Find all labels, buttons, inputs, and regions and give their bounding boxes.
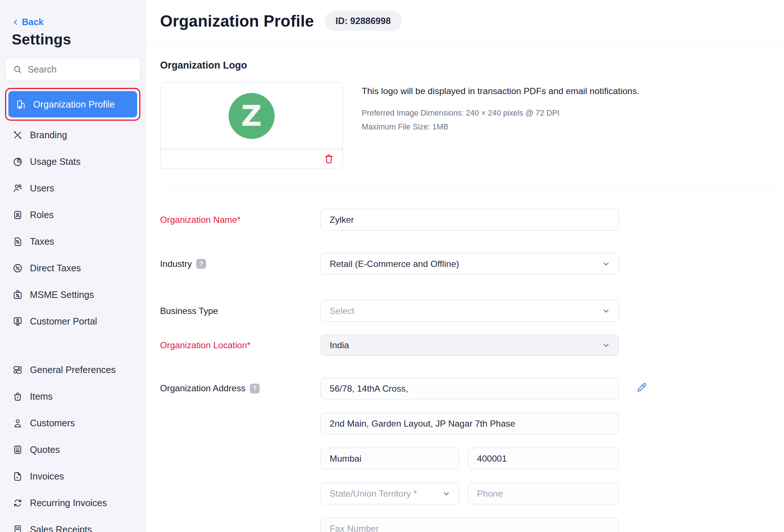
address-fax-input[interactable] xyxy=(321,518,619,532)
logo-info: This logo will be displayed in transacti… xyxy=(362,82,639,168)
sidebar-item-msme-settings[interactable]: MSME Settings xyxy=(5,281,140,308)
trash-icon xyxy=(323,154,334,164)
sidebar-item-taxes[interactable]: Taxes xyxy=(5,228,140,255)
settings-sidebar: Back Settings Organization ProfileBrandi… xyxy=(0,0,146,532)
sidebar-item-customer-portal[interactable]: Customer Portal xyxy=(5,308,140,335)
back-label: Back xyxy=(22,17,44,27)
delete-logo-button[interactable] xyxy=(323,154,334,164)
msme-settings-icon xyxy=(12,290,23,300)
sidebar-item-label: MSME Settings xyxy=(30,290,94,300)
customer-portal-icon xyxy=(12,316,23,327)
logo-preview: Z xyxy=(160,83,342,149)
address-phone-input[interactable] xyxy=(468,483,619,504)
search-icon xyxy=(13,65,22,74)
organization-location-row: Organization Location* India xyxy=(160,334,784,356)
organization-profile-form: Organization Name* Industry ? Retail (E-… xyxy=(160,209,784,532)
recurring-invoices-icon xyxy=(12,498,23,508)
sidebar-item-label: Customers xyxy=(30,418,75,428)
business-type-placeholder: Select xyxy=(330,306,354,316)
sidebar-item-label: Taxes xyxy=(30,236,54,247)
sidebar-item-label: Recurring Invoices xyxy=(30,498,107,508)
sidebar-item-recurring-invoices[interactable]: Recurring Invoices xyxy=(5,490,140,516)
sidebar-item-label: Invoices xyxy=(30,471,64,482)
sidebar-item-sales-receipts[interactable]: Sales Receipts xyxy=(5,516,140,532)
chevron-left-icon xyxy=(12,18,20,26)
sidebar-item-label: Items xyxy=(30,391,53,402)
taxes-icon xyxy=(12,236,23,247)
logo-description: This logo will be displayed in transacti… xyxy=(362,86,639,96)
organization-profile-page: Organization Profile ID: 92886998 Organi… xyxy=(146,0,784,532)
sidebar-item-customers[interactable]: Customers xyxy=(5,410,140,436)
organization-address-help-icon[interactable]: ? xyxy=(250,384,260,393)
industry-help-icon[interactable]: ? xyxy=(196,259,206,269)
sidebar-item-label: Direct Taxes xyxy=(30,263,81,273)
usage-stats-icon xyxy=(12,156,23,167)
organization-location-value: India xyxy=(330,340,349,350)
address-street1-input[interactable] xyxy=(321,378,619,399)
industry-select[interactable]: Retail (E-Commerce and Offline) xyxy=(321,253,619,275)
sidebar-item-label: Branding xyxy=(30,130,67,140)
customers-icon xyxy=(12,418,23,428)
users-icon xyxy=(12,183,23,194)
sidebar-title: Settings xyxy=(12,31,140,48)
organization-profile-icon xyxy=(16,99,26,110)
organization-id-badge: ID: 92886998 xyxy=(325,11,402,31)
organization-location-label: Organization Location* xyxy=(160,340,321,350)
edit-address-button[interactable] xyxy=(636,381,648,393)
address-pincode-input[interactable] xyxy=(468,448,619,469)
back-button[interactable]: Back xyxy=(12,17,44,27)
address-street2-input[interactable] xyxy=(321,413,619,434)
chevron-down-icon xyxy=(602,260,610,268)
logo-upload-card[interactable]: Z xyxy=(160,82,343,168)
sidebar-item-label: General Preferences xyxy=(30,365,116,375)
organization-logo-image: Z xyxy=(229,93,275,139)
sidebar-item-items[interactable]: Items xyxy=(5,383,140,410)
sidebar-nav: Organization ProfileBrandingUsage StatsU… xyxy=(5,88,140,532)
sidebar-item-quotes[interactable]: Quotes xyxy=(5,436,140,463)
sidebar-item-label: Sales Receipts xyxy=(30,524,92,532)
organization-name-label: Organization Name* xyxy=(160,215,321,225)
sidebar-item-organization-profile[interactable]: Organization Profile xyxy=(8,91,137,117)
section-divider xyxy=(160,189,780,189)
sidebar-item-label: Users xyxy=(30,183,54,194)
organization-location-select[interactable]: India xyxy=(321,334,619,356)
chevron-down-icon xyxy=(602,307,610,315)
roles-icon xyxy=(12,210,23,220)
sidebar-item-branding[interactable]: Branding xyxy=(5,122,140,148)
active-item-highlight: Organization Profile xyxy=(5,88,140,121)
industry-value: Retail (E-Commerce and Offline) xyxy=(330,259,459,269)
logo-section-heading: Organization Logo xyxy=(160,60,784,71)
page-title: Organization Profile xyxy=(160,12,314,30)
business-type-row: Business Type Select xyxy=(160,300,784,322)
logo-dimensions-note: Preferred Image Dimensions: 240 × 240 pi… xyxy=(362,106,639,120)
settings-search[interactable] xyxy=(5,58,141,81)
sidebar-item-users[interactable]: Users xyxy=(5,175,140,202)
chevron-down-icon xyxy=(602,341,610,350)
industry-row: Industry ? Retail (E-Commerce and Offlin… xyxy=(160,253,784,275)
sidebar-item-label: Usage Stats xyxy=(30,156,81,167)
search-input[interactable] xyxy=(28,64,133,75)
sidebar-item-label: Organization Profile xyxy=(33,99,115,110)
business-type-label: Business Type xyxy=(160,306,321,316)
sidebar-item-general-preferences[interactable]: General Preferences xyxy=(5,357,140,383)
organization-address-row: Organization Address ? xyxy=(160,378,784,532)
sidebar-item-roles[interactable]: Roles xyxy=(5,202,140,228)
business-type-select[interactable]: Select xyxy=(321,300,619,322)
state-select[interactable]: State/Union Territory * xyxy=(321,483,459,504)
organization-address-label: Organization Address xyxy=(160,383,245,393)
sidebar-item-invoices[interactable]: Invoices xyxy=(5,463,140,490)
logo-size-note: Maximum File Size: 1MB xyxy=(362,120,639,134)
page-header: Organization Profile ID: 92886998 xyxy=(146,0,784,45)
chevron-down-icon xyxy=(442,489,451,498)
invoices-icon xyxy=(12,471,23,482)
direct-taxes-icon xyxy=(12,263,23,273)
organization-name-input[interactable] xyxy=(321,209,619,230)
sidebar-item-direct-taxes[interactable]: Direct Taxes xyxy=(5,255,140,281)
sidebar-item-label: Quotes xyxy=(30,444,60,455)
items-icon xyxy=(12,391,23,402)
address-city-input[interactable] xyxy=(321,448,459,469)
sidebar-item-usage-stats[interactable]: Usage Stats xyxy=(5,148,140,175)
pencil-icon xyxy=(636,381,648,393)
quotes-icon xyxy=(12,444,23,455)
sales-receipts-icon xyxy=(12,524,23,532)
